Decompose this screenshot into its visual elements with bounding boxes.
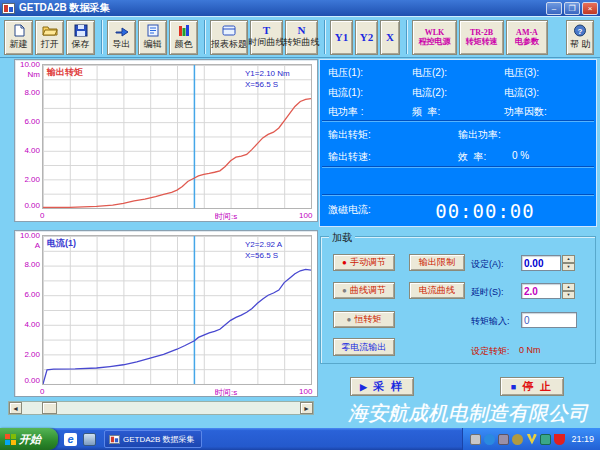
title-bar: GETDA2B 数据采集 – ❐ ×: [0, 0, 600, 16]
y-tick: 10.00: [16, 231, 40, 240]
taskbar-app-button[interactable]: GETDA2B 数据采集: [104, 430, 202, 448]
x-tick-max: 100: [299, 211, 312, 220]
cursor-readout: Y2=2.92 A X=56.5 S: [245, 239, 282, 261]
tray-icon[interactable]: [484, 434, 495, 445]
show-desktop-icon[interactable]: [83, 433, 96, 446]
frequency-label: 频 率:: [412, 105, 440, 119]
manual-adjust-button[interactable]: ● 手动调节: [333, 254, 395, 271]
horizontal-scrollbar[interactable]: ◄ ►: [8, 401, 314, 415]
button-label: 采 样: [373, 379, 404, 394]
y2-axis-button[interactable]: Y2: [355, 20, 378, 55]
edit-button[interactable]: 编辑: [138, 20, 167, 55]
app-icon: [109, 435, 119, 444]
curve-adjust-button[interactable]: ● 曲线调节: [333, 282, 395, 299]
save-button[interactable]: 保存: [66, 20, 95, 55]
current1-label: 电流(1):: [328, 86, 363, 100]
letter-n-icon: N: [298, 25, 306, 36]
series-label: 电流(1): [47, 237, 76, 250]
output-limit-button[interactable]: 输出限制: [409, 254, 465, 271]
toolbar-separator: [204, 20, 206, 54]
y1-axis-button[interactable]: Y1: [330, 20, 353, 55]
sample-button[interactable]: ▶ 采 样: [350, 377, 414, 396]
wlk-power-supply-button[interactable]: WLK 程控电源: [412, 20, 457, 55]
torque-input-field[interactable]: [521, 312, 577, 328]
excitation-current-label: 激磁电流:: [328, 203, 371, 217]
set-current-input[interactable]: [521, 255, 561, 271]
button-label: 报表标题: [211, 38, 247, 51]
tray-icon[interactable]: [498, 434, 509, 445]
toolbar-separator: [406, 20, 408, 54]
start-button[interactable]: 开始: [0, 428, 58, 450]
scrollbar-track[interactable]: [22, 402, 300, 414]
open-folder-icon: [42, 24, 58, 37]
tray-icon[interactable]: [526, 434, 537, 445]
set-torque-label: 设定转矩:: [471, 345, 510, 358]
y-axis-unit: Nm: [16, 70, 40, 79]
efficiency-value: 0 %: [512, 150, 529, 161]
y-axis-unit: A: [16, 241, 40, 250]
ie-quicklaunch-icon[interactable]: e: [64, 433, 77, 446]
button-label: 曲线调节: [350, 284, 386, 297]
zero-current-output-button[interactable]: 零电流输出: [333, 338, 395, 356]
button-label: 停 止: [522, 379, 553, 394]
y-readout: Y1=2.10 Nm: [245, 68, 290, 79]
panel-divider: [322, 194, 594, 196]
y-tick: 2.00: [16, 175, 40, 184]
maximize-button[interactable]: ❐: [564, 2, 580, 15]
scrollbar-thumb[interactable]: [42, 402, 57, 414]
button-label: 恒转矩: [354, 313, 381, 326]
button-label: WLK: [425, 28, 445, 37]
tray-icon[interactable]: [470, 434, 481, 445]
close-button[interactable]: ×: [582, 2, 598, 15]
y-tick: 2.00: [16, 350, 40, 359]
export-button[interactable]: 导出: [107, 20, 136, 55]
report-title-button[interactable]: 报表标题: [210, 20, 248, 55]
power-factor-label: 功率因数:: [504, 105, 547, 119]
taskbar-app-label: GETDA2B 数据采集: [123, 434, 195, 445]
tray-icon[interactable]: [512, 434, 523, 445]
torque-chart-panel: 10.00 Nm 8.00 6.00 4.00 2.00 0.00 输出转矩 Y…: [14, 59, 318, 222]
constant-torque-button[interactable]: ● 恒转矩: [333, 311, 395, 328]
torque-curve: [43, 99, 311, 208]
series-label: 输出转矩: [47, 66, 83, 79]
current-chart-panel: 10.00 A 8.00 6.00 4.00 2.00 0.00 电流(1) Y…: [14, 230, 318, 397]
ama-electric-params-button[interactable]: AM-A 电参数: [506, 20, 548, 55]
delay-input[interactable]: [521, 283, 561, 299]
minimize-button[interactable]: –: [546, 2, 562, 15]
current3-label: 电流(3):: [504, 86, 539, 100]
export-arrow-icon: [114, 24, 130, 37]
radio-dot-icon: ●: [342, 258, 347, 267]
button-label: TR-2B: [470, 28, 493, 37]
scroll-right-arrow-icon[interactable]: ►: [300, 402, 313, 414]
voltage2-label: 电压(2):: [412, 66, 447, 80]
tr2b-torque-speed-button[interactable]: TR-2B 转矩转速: [459, 20, 504, 55]
spinner-up-icon[interactable]: ▲: [562, 283, 575, 291]
voltage1-label: 电压(1):: [328, 66, 363, 80]
new-file-button[interactable]: 新建: [4, 20, 33, 55]
scroll-left-arrow-icon[interactable]: ◄: [9, 402, 22, 414]
button-label: 手动调节: [350, 256, 386, 269]
output-power-label: 输出功率:: [458, 128, 501, 142]
color-button[interactable]: 颜色: [169, 20, 198, 55]
delay-spinner[interactable]: ▲ ▼: [562, 283, 575, 299]
current-curve-button[interactable]: 电流曲线: [409, 282, 465, 299]
button-label: 电参数: [515, 37, 539, 46]
x-axis-button[interactable]: X: [380, 20, 400, 55]
torque-curve-button[interactable]: N 转矩曲线: [285, 20, 318, 55]
toolbar-separator: [101, 20, 103, 54]
stop-button[interactable]: ■ 停 止: [500, 377, 564, 396]
set-current-spinner[interactable]: ▲ ▼: [562, 255, 575, 271]
help-button[interactable]: ? 帮 助: [566, 20, 594, 55]
spinner-down-icon[interactable]: ▼: [562, 291, 575, 299]
button-label: 颜色: [175, 38, 193, 51]
spinner-down-icon[interactable]: ▼: [562, 263, 575, 271]
load-groupbox: 加载 ● 手动调节 ● 曲线调节 ● 恒转矩 零电流输出 输出限制 电流曲线 设…: [320, 236, 596, 364]
spinner-up-icon[interactable]: ▲: [562, 255, 575, 263]
time-curve-button[interactable]: T 时间曲线: [250, 20, 283, 55]
tray-icon[interactable]: [540, 434, 551, 445]
stop-square-icon: ■: [511, 382, 518, 392]
set-current-label: 设定(A):: [471, 258, 504, 271]
open-file-button[interactable]: 打开: [35, 20, 64, 55]
taskbar: 开始 e GETDA2B 数据采集 21:19: [0, 428, 600, 450]
security-shield-icon[interactable]: [554, 434, 565, 445]
